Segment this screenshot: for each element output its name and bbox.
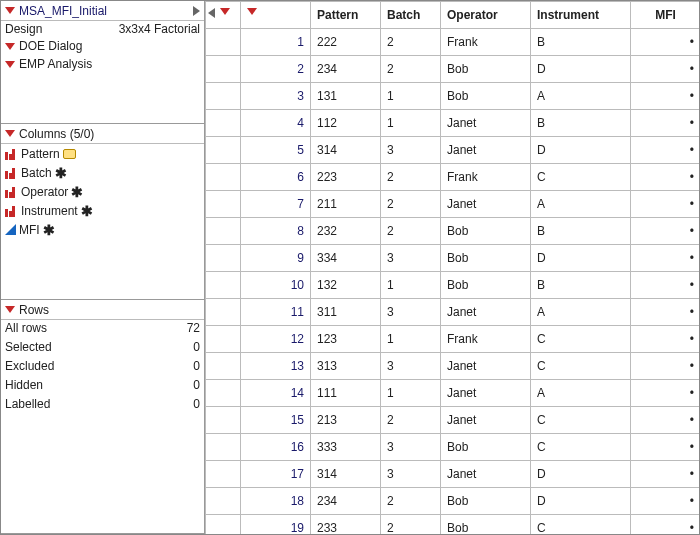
row-number[interactable]: 7	[241, 191, 311, 218]
cell-instrument[interactable]: C	[531, 434, 631, 461]
cell-pattern[interactable]: 232	[311, 218, 381, 245]
row-number[interactable]: 4	[241, 110, 311, 137]
table-row[interactable]: 113113JanetA•	[206, 299, 700, 326]
cell-mfi[interactable]: •	[631, 191, 700, 218]
cell-mfi[interactable]: •	[631, 29, 700, 56]
cell-pattern[interactable]: 314	[311, 461, 381, 488]
column-item-instrument[interactable]: Instrument✱	[1, 201, 204, 220]
cell-instrument[interactable]: A	[531, 83, 631, 110]
row-marker[interactable]	[206, 326, 241, 353]
cell-instrument[interactable]: C	[531, 326, 631, 353]
scroll-right-icon[interactable]	[193, 6, 200, 16]
emp-analysis-item[interactable]: EMP Analysis	[1, 55, 204, 73]
cell-pattern[interactable]: 314	[311, 137, 381, 164]
cell-batch[interactable]: 1	[381, 326, 441, 353]
cell-instrument[interactable]: C	[531, 164, 631, 191]
row-marker[interactable]	[206, 191, 241, 218]
table-row[interactable]: 141111JanetA•	[206, 380, 700, 407]
cell-pattern[interactable]: 334	[311, 245, 381, 272]
cell-batch[interactable]: 3	[381, 137, 441, 164]
disclosure-icon[interactable]	[5, 306, 15, 313]
cell-batch[interactable]: 2	[381, 515, 441, 535]
table-row[interactable]: 41121JanetB•	[206, 110, 700, 137]
doe-dialog-item[interactable]: DOE Dialog	[1, 37, 204, 55]
cell-instrument[interactable]: D	[531, 56, 631, 83]
cell-batch[interactable]: 2	[381, 56, 441, 83]
cell-instrument[interactable]: C	[531, 353, 631, 380]
cell-pattern[interactable]: 313	[311, 353, 381, 380]
cell-batch[interactable]: 3	[381, 245, 441, 272]
table-row[interactable]: 53143JanetD•	[206, 137, 700, 164]
rows-stat-selected[interactable]: Selected0	[1, 339, 204, 358]
cell-mfi[interactable]: •	[631, 110, 700, 137]
cell-batch[interactable]: 2	[381, 218, 441, 245]
row-number[interactable]: 2	[241, 56, 311, 83]
row-number[interactable]: 6	[241, 164, 311, 191]
row-marker[interactable]	[206, 245, 241, 272]
cell-instrument[interactable]: A	[531, 299, 631, 326]
cell-pattern[interactable]: 234	[311, 56, 381, 83]
cell-operator[interactable]: Frank	[441, 326, 531, 353]
cell-batch[interactable]: 3	[381, 353, 441, 380]
cell-instrument[interactable]: B	[531, 110, 631, 137]
cell-operator[interactable]: Janet	[441, 110, 531, 137]
row-marker[interactable]	[206, 299, 241, 326]
table-row[interactable]: 31311BobA•	[206, 83, 700, 110]
cell-mfi[interactable]: •	[631, 434, 700, 461]
cell-mfi[interactable]: •	[631, 137, 700, 164]
cell-operator[interactable]: Frank	[441, 29, 531, 56]
row-number[interactable]: 14	[241, 380, 311, 407]
cell-batch[interactable]: 2	[381, 29, 441, 56]
hotspot-icon[interactable]	[247, 8, 257, 15]
table-row[interactable]: 93343BobD•	[206, 245, 700, 272]
row-marker[interactable]	[206, 380, 241, 407]
row-marker[interactable]	[206, 83, 241, 110]
cell-mfi[interactable]: •	[631, 245, 700, 272]
cell-batch[interactable]: 2	[381, 164, 441, 191]
cell-operator[interactable]: Bob	[441, 272, 531, 299]
cell-instrument[interactable]: A	[531, 191, 631, 218]
cell-mfi[interactable]: •	[631, 299, 700, 326]
disclosure-icon[interactable]	[5, 7, 15, 14]
cell-batch[interactable]: 1	[381, 380, 441, 407]
data-table[interactable]: Pattern Batch Operator Instrument MFI 12…	[205, 1, 699, 534]
cell-batch[interactable]: 1	[381, 110, 441, 137]
cell-pattern[interactable]: 111	[311, 380, 381, 407]
cell-pattern[interactable]: 233	[311, 515, 381, 535]
cell-operator[interactable]: Janet	[441, 299, 531, 326]
cell-mfi[interactable]: •	[631, 272, 700, 299]
row-marker[interactable]	[206, 461, 241, 488]
disclosure-icon[interactable]	[5, 43, 15, 50]
cell-mfi[interactable]: •	[631, 461, 700, 488]
cell-operator[interactable]: Janet	[441, 461, 531, 488]
cell-operator[interactable]: Bob	[441, 488, 531, 515]
cell-instrument[interactable]: D	[531, 137, 631, 164]
row-number[interactable]: 13	[241, 353, 311, 380]
cell-operator[interactable]: Bob	[441, 56, 531, 83]
row-number[interactable]: 1	[241, 29, 311, 56]
hotspot-icon[interactable]	[220, 8, 230, 15]
cell-instrument[interactable]: B	[531, 29, 631, 56]
row-number[interactable]: 11	[241, 299, 311, 326]
cell-pattern[interactable]: 222	[311, 29, 381, 56]
cell-instrument[interactable]: A	[531, 380, 631, 407]
row-number[interactable]: 10	[241, 272, 311, 299]
row-number[interactable]: 17	[241, 461, 311, 488]
cell-batch[interactable]: 2	[381, 488, 441, 515]
cell-instrument[interactable]: D	[531, 245, 631, 272]
corner-cell-right[interactable]	[241, 2, 311, 29]
cell-mfi[interactable]: •	[631, 164, 700, 191]
cell-mfi[interactable]: •	[631, 83, 700, 110]
cell-operator[interactable]: Bob	[441, 515, 531, 535]
cell-operator[interactable]: Janet	[441, 407, 531, 434]
table-row[interactable]: 173143JanetD•	[206, 461, 700, 488]
rows-stat-excluded[interactable]: Excluded0	[1, 358, 204, 377]
row-number[interactable]: 9	[241, 245, 311, 272]
row-marker[interactable]	[206, 407, 241, 434]
row-number[interactable]: 19	[241, 515, 311, 535]
row-marker[interactable]	[206, 515, 241, 535]
cell-mfi[interactable]: •	[631, 488, 700, 515]
table-name-header[interactable]: MSA_MFI_Initial	[1, 1, 204, 21]
cell-instrument[interactable]: B	[531, 272, 631, 299]
cell-batch[interactable]: 2	[381, 407, 441, 434]
